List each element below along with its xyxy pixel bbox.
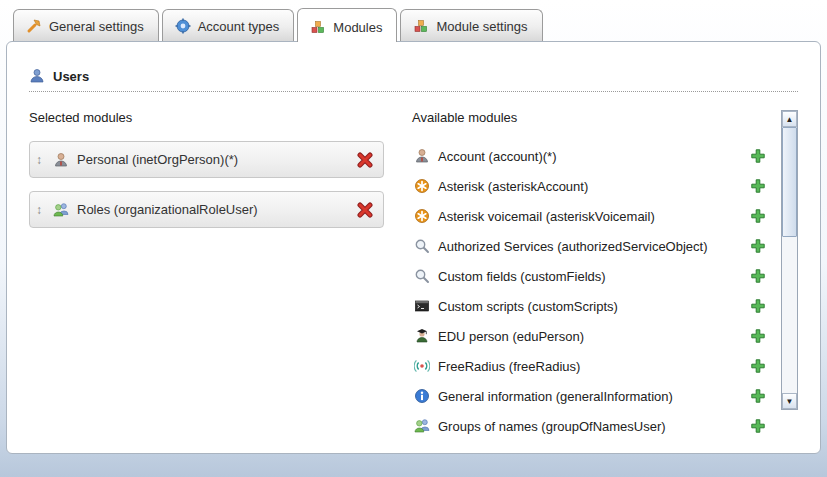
antenna-icon: [414, 358, 430, 374]
add-module-button[interactable]: [749, 387, 767, 405]
tab-module-settings[interactable]: Module settings: [400, 9, 542, 41]
available-module-row-custom-scripts: Custom scripts (customScripts): [412, 291, 777, 321]
tab-general-settings[interactable]: General settings: [13, 9, 159, 41]
tab-modules[interactable]: Modules: [297, 8, 397, 42]
lam-configuration-page: General settings Account types Modules M…: [0, 0, 827, 454]
available-module-row-edu-person: EDU person (eduPerson): [412, 321, 777, 351]
add-plus-icon: [750, 298, 766, 314]
selected-modules-column: Selected modules ↕ Personal (inetOrgPers…: [29, 110, 384, 441]
add-plus-icon: [750, 148, 766, 164]
tab-label: Account types: [198, 19, 280, 34]
available-modules-list: Available modules Account (account)(*) A…: [412, 110, 777, 441]
add-module-button[interactable]: [749, 267, 767, 285]
available-module-row-authorized-services: Authorized Services (authorizedServiceOb…: [412, 231, 777, 261]
scrollbar-track[interactable]: [782, 127, 797, 393]
content-panel: Users Selected modules ↕ Personal (inetO…: [6, 41, 821, 454]
tab-account-types[interactable]: Account types: [162, 9, 295, 41]
tab-label: Modules: [333, 20, 382, 35]
selected-module-row-roles: ↕ Roles (organizationalRoleUser): [29, 191, 384, 228]
selected-module-row-personal: ↕ Personal (inetOrgPerson)(*): [29, 141, 384, 178]
add-module-button[interactable]: [749, 237, 767, 255]
users-icon: [29, 68, 45, 84]
scrollbar-thumb[interactable]: [782, 127, 797, 237]
available-module-label: EDU person (eduPerson): [438, 329, 749, 344]
available-module-label: Custom scripts (customScripts): [438, 299, 749, 314]
available-module-row-custom-fields: Custom fields (customFields): [412, 261, 777, 291]
selected-module-label: Personal (inetOrgPerson)(*): [77, 152, 356, 167]
person-icon: [414, 148, 430, 164]
add-plus-icon: [750, 238, 766, 254]
add-module-button[interactable]: [749, 327, 767, 345]
available-module-row-general-information: General information (generalInformation): [412, 381, 777, 411]
available-module-row-freeradius: FreeRadius (freeRadius): [412, 351, 777, 381]
available-module-label: General information (generalInformation): [438, 389, 749, 404]
add-module-button[interactable]: [749, 177, 767, 195]
add-plus-icon: [750, 178, 766, 194]
gear-icon: [175, 18, 191, 34]
wrench-icon: [26, 18, 42, 34]
tab-label: General settings: [49, 19, 144, 34]
available-module-label: Groups of names (groupOfNamesUser): [438, 419, 749, 434]
available-module-row-asterisk: Asterisk (asteriskAccount): [412, 171, 777, 201]
add-plus-icon: [750, 388, 766, 404]
group-icon: [414, 418, 430, 434]
remove-x-icon: [357, 202, 373, 218]
asterisk-icon: [414, 208, 430, 224]
selected-module-label: Roles (organizationalRoleUser): [77, 202, 356, 217]
available-module-label: FreeRadius (freeRadius): [438, 359, 749, 374]
person-icon: [53, 152, 69, 168]
remove-module-button[interactable]: [356, 151, 374, 169]
available-module-label: Account (account)(*): [438, 149, 749, 164]
remove-module-button[interactable]: [356, 201, 374, 219]
available-modules-heading: Available modules: [412, 110, 777, 125]
tab-label: Module settings: [436, 19, 527, 34]
section-title: Users: [53, 69, 89, 84]
available-module-label: Authorized Services (authorizedServiceOb…: [438, 239, 749, 254]
asterisk-icon: [414, 178, 430, 194]
section-heading-users: Users: [29, 68, 798, 92]
add-module-button[interactable]: [749, 207, 767, 225]
available-module-label: Custom fields (customFields): [438, 269, 749, 284]
graduate-icon: [414, 328, 430, 344]
drag-handle-icon[interactable]: ↕: [36, 153, 51, 167]
add-module-button[interactable]: [749, 147, 767, 165]
available-module-label: Asterisk (asteriskAccount): [438, 179, 749, 194]
scroll-up-button[interactable]: ▲: [782, 111, 797, 127]
magnifier-icon: [414, 238, 430, 254]
available-module-row-asterisk-voicemail: Asterisk voicemail (asteriskVoicemail): [412, 201, 777, 231]
group-icon: [53, 202, 69, 218]
available-module-row-groups-of-names: Groups of names (groupOfNamesUser): [412, 411, 777, 441]
vertical-scrollbar[interactable]: ▲ ▼: [781, 110, 798, 410]
modules-blocks-icon: [310, 19, 326, 35]
add-module-button[interactable]: [749, 417, 767, 435]
tab-bar: General settings Account types Modules M…: [6, 8, 821, 41]
module-settings-blocks-icon: [413, 18, 429, 34]
add-plus-icon: [750, 328, 766, 344]
available-module-row-account: Account (account)(*): [412, 141, 777, 171]
terminal-icon: [414, 298, 430, 314]
add-plus-icon: [750, 208, 766, 224]
available-modules-column: Available modules Account (account)(*) A…: [412, 110, 798, 441]
drag-handle-icon[interactable]: ↕: [36, 203, 51, 217]
add-module-button[interactable]: [749, 297, 767, 315]
add-plus-icon: [750, 358, 766, 374]
scroll-down-button[interactable]: ▼: [782, 393, 797, 409]
info-icon: [414, 388, 430, 404]
add-plus-icon: [750, 268, 766, 284]
add-plus-icon: [750, 418, 766, 434]
magnifier-icon: [414, 268, 430, 284]
selected-modules-heading: Selected modules: [29, 110, 384, 125]
add-module-button[interactable]: [749, 357, 767, 375]
available-module-label: Asterisk voicemail (asteriskVoicemail): [438, 209, 749, 224]
remove-x-icon: [357, 152, 373, 168]
